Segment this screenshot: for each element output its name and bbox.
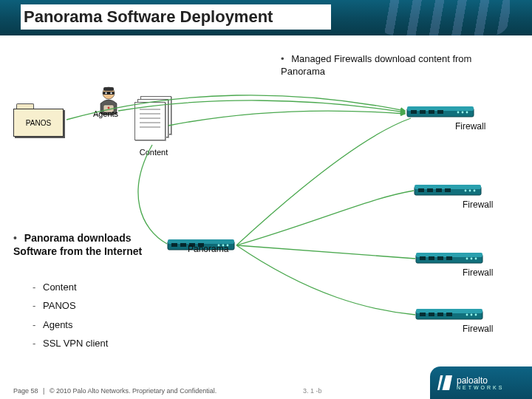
svg-rect-18 xyxy=(418,188,424,192)
agents-label: Agents xyxy=(87,109,124,118)
svg-rect-38 xyxy=(437,313,443,316)
header-decoration xyxy=(377,0,510,35)
panorama-downloads-text: Panorama downloads Software from the Int… xyxy=(13,232,142,257)
paloalto-logo: paloalto NETWORKS xyxy=(430,366,532,399)
footer-separator: | xyxy=(43,387,44,395)
list-item: -Agents xyxy=(33,316,108,334)
svg-point-42 xyxy=(475,314,477,316)
svg-rect-28 xyxy=(429,256,434,260)
svg-point-24 xyxy=(474,190,476,192)
svg-rect-1 xyxy=(103,87,114,91)
svg-rect-37 xyxy=(429,313,434,316)
svg-rect-10 xyxy=(420,110,426,114)
svg-rect-19 xyxy=(427,188,433,192)
svg-point-33 xyxy=(475,258,477,260)
firewall-1-label: Firewall xyxy=(455,121,485,132)
svg-point-14 xyxy=(462,112,464,114)
svg-rect-39 xyxy=(446,313,452,316)
firewall-device-2-icon xyxy=(414,182,482,200)
svg-rect-2 xyxy=(103,92,115,95)
panorama-downloads-bullet: • Panorama downloads Software from the I… xyxy=(13,232,168,258)
svg-point-32 xyxy=(471,258,473,260)
list-item-label: Agents xyxy=(43,319,72,330)
svg-point-4 xyxy=(110,92,112,94)
list-item-label: Content xyxy=(43,282,77,293)
dash-icon: - xyxy=(33,316,43,334)
svg-point-13 xyxy=(457,112,460,114)
dash-icon: - xyxy=(33,296,43,315)
firewall-2-label: Firewall xyxy=(463,200,493,210)
logo-brand: paloalto xyxy=(457,375,488,386)
bullet-dot-icon: • xyxy=(13,232,17,244)
list-item-label: SSL VPN client xyxy=(43,338,108,349)
bullet-dot-icon: • xyxy=(281,53,284,64)
list-item: -SSL VPN client xyxy=(33,334,108,352)
firewall-device-3-icon xyxy=(415,250,483,267)
svg-rect-30 xyxy=(446,256,452,260)
svg-rect-27 xyxy=(420,256,426,260)
svg-point-6 xyxy=(108,107,110,109)
footer: Page 58 | © 2010 Palo Alto Networks. Pro… xyxy=(13,387,216,395)
panos-folder-label: PANOS xyxy=(26,119,51,127)
svg-rect-12 xyxy=(437,110,443,114)
slide-number: 3. 1 -b xyxy=(303,387,322,395)
page-title: Panorama Software Deployment xyxy=(21,4,331,30)
svg-rect-46 xyxy=(180,243,186,247)
firewall-device-4-icon xyxy=(415,306,483,324)
svg-point-15 xyxy=(466,112,468,114)
svg-point-31 xyxy=(466,258,468,260)
logo-sub: NETWORKS xyxy=(457,385,504,390)
list-item: -Content xyxy=(33,278,108,296)
firewall-4-label: Firewall xyxy=(463,324,493,334)
managed-firewalls-text: Managed Firewalls download content from … xyxy=(281,53,471,77)
content-pages-icon xyxy=(133,96,174,140)
firewall-3-label: Firewall xyxy=(463,267,493,278)
content-label: Content xyxy=(132,148,176,157)
download-types-list: -Content -PANOS -Agents -SSL VPN client xyxy=(33,278,108,352)
svg-rect-9 xyxy=(411,110,417,114)
panos-folder-icon: PANOS xyxy=(13,103,64,136)
svg-point-3 xyxy=(105,92,106,94)
panorama-label: Panorama xyxy=(188,244,228,254)
svg-rect-11 xyxy=(429,110,434,114)
svg-point-23 xyxy=(469,190,471,192)
logo-text: paloalto NETWORKS xyxy=(457,376,504,390)
page-number: Page 58 xyxy=(13,387,38,395)
svg-point-22 xyxy=(465,190,467,192)
managed-firewalls-bullet: • Managed Firewalls download content fro… xyxy=(281,53,517,78)
list-item-label: PANOS xyxy=(43,300,76,311)
dash-icon: - xyxy=(33,278,43,296)
svg-point-41 xyxy=(471,314,473,316)
svg-point-40 xyxy=(466,314,468,316)
firewall-device-1-icon xyxy=(406,103,474,121)
svg-rect-29 xyxy=(437,256,443,260)
list-item: -PANOS xyxy=(33,296,108,315)
dash-icon: - xyxy=(33,334,43,352)
copyright-text: © 2010 Palo Alto Networks. Proprietary a… xyxy=(50,387,216,395)
paloalto-mark-icon xyxy=(437,375,452,390)
svg-rect-20 xyxy=(436,188,442,192)
svg-rect-36 xyxy=(420,313,426,316)
svg-rect-21 xyxy=(445,188,451,192)
svg-rect-45 xyxy=(171,243,177,247)
